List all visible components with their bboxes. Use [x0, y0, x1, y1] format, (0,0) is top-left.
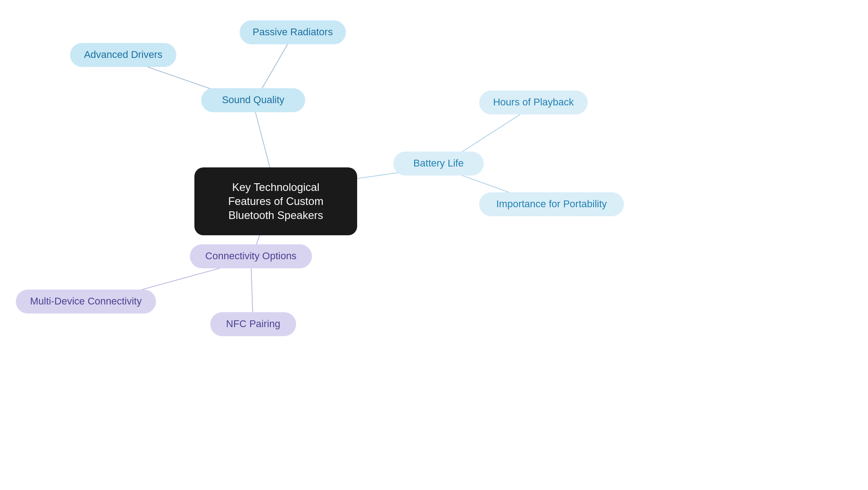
sound-quality-node: Sound Quality: [201, 88, 305, 112]
battery-life-node: Battery Life: [393, 152, 484, 176]
nfc-pairing-node: NFC Pairing: [210, 312, 296, 336]
multi-device-connectivity-node: Multi-Device Connectivity: [16, 290, 156, 314]
center-node: Key Technological Features of Custom Blu…: [194, 167, 357, 235]
connectivity-options-node: Connectivity Options: [190, 244, 312, 268]
hours-of-playback-node: Hours of Playback: [479, 90, 588, 114]
advanced-drivers-node: Advanced Drivers: [70, 43, 176, 67]
passive-radiators-node: Passive Radiators: [240, 20, 346, 44]
importance-portability-node: Importance for Portability: [479, 192, 624, 216]
